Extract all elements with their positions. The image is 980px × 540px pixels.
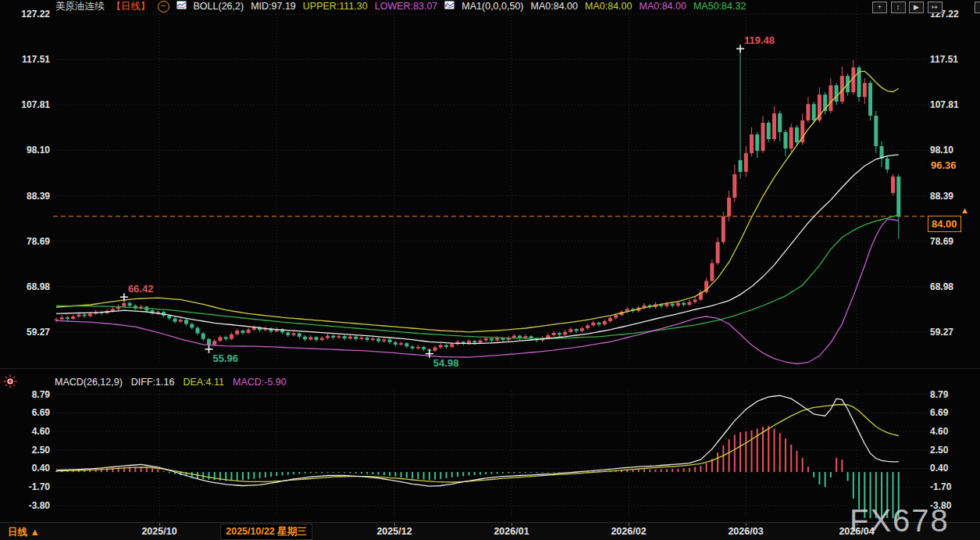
chart-canvas[interactable] xyxy=(0,0,980,540)
move-tool-button[interactable]: + xyxy=(872,2,887,13)
price-axis-label: 127.22 xyxy=(2,9,50,20)
price-axis-label: 107.81 xyxy=(930,99,959,110)
month-label-2026/03: 2026/03 xyxy=(728,526,763,537)
last-price-pointer-icon: ▲ xyxy=(960,206,969,215)
indicator-header: 美原油连续 【日线】 − BOLL(26,2) MID:97.19 UPPER:… xyxy=(55,1,746,13)
boll-label[interactable]: BOLL(26,2) xyxy=(194,1,244,13)
macd-dea-value: DEA:4.11 xyxy=(183,377,224,388)
ma-indicator-icon xyxy=(444,1,454,13)
macd-axis-label: -3.80 xyxy=(2,500,50,511)
price-axis-label: 68.98 xyxy=(2,281,50,292)
pan-right-tool-button[interactable]: ↦ xyxy=(928,2,943,13)
scale-vertical-tool-button[interactable]: ↕ xyxy=(891,2,906,13)
price-axis-label: 98.10 xyxy=(930,145,953,156)
month-label-2025/10: 2025/10 xyxy=(141,526,176,537)
price-axis-label: 98.10 xyxy=(2,145,50,156)
price-axis-label: 78.69 xyxy=(2,236,50,247)
month-label-2025/12: 2025/12 xyxy=(376,526,412,537)
boll-indicator-icon xyxy=(176,1,187,13)
macd-label[interactable]: MACD(26,12,9) xyxy=(55,377,123,388)
macd-header: MACD(26,12,9) DIFF:1.16 DEA:4.11 MACD:-5… xyxy=(55,377,287,388)
price-axis-label: 117.51 xyxy=(930,54,958,65)
macd-axis-label: 0.40 xyxy=(930,463,948,474)
price-axis-label: 107.81 xyxy=(2,99,50,110)
pivot-label-55.96: 55.96 xyxy=(212,352,238,364)
trading-app: { "header": { "symbol": "美原油连续", "period… xyxy=(0,0,980,540)
alert-icon[interactable] xyxy=(3,374,17,392)
macd-axis-label: 6.69 xyxy=(2,407,50,418)
ma0-magenta-value: MA0:84.00 xyxy=(639,1,686,13)
price-axis-label: 88.39 xyxy=(2,191,50,202)
month-label-2026/01: 2026/01 xyxy=(494,526,529,537)
ma50-value: MA50:84.32 xyxy=(693,1,746,13)
macd-value: MACD:-5.90 xyxy=(233,377,287,388)
price-axis-label: 88.39 xyxy=(930,191,953,202)
prev-close-badge: 96.36 xyxy=(928,158,960,173)
pivot-label-66.42: 66.42 xyxy=(128,283,154,295)
macd-axis-label: 2.50 xyxy=(2,445,50,456)
selected-date-badge: 2025/10/22 星期三 xyxy=(220,524,312,540)
month-label-2026/02: 2026/02 xyxy=(611,526,646,537)
macd-axis-label: 4.60 xyxy=(930,426,948,437)
panel-divider xyxy=(0,368,980,369)
time-axis-bar: 日线 ▲ 2025/102025/122026/012026/022026/03… xyxy=(0,522,980,540)
watermark: FX678 xyxy=(850,503,950,538)
play-forward-tool-button[interactable]: ▶ xyxy=(909,2,924,13)
macd-diff-value: DIFF:1.16 xyxy=(131,377,175,388)
macd-axis-label: 6.69 xyxy=(930,407,948,418)
ma0-white-value: MA0:84.00 xyxy=(531,1,578,13)
boll-lower-value: LOWER:83.07 xyxy=(375,1,438,13)
pivot-label-54.98: 54.98 xyxy=(433,357,459,369)
boll-upper-value: UPPER:111.30 xyxy=(303,1,368,13)
price-axis-label: 59.27 xyxy=(2,327,50,338)
macd-axis-label: 0.40 xyxy=(2,463,50,474)
collapse-indicator-icon[interactable]: − xyxy=(158,1,169,13)
ma-group-label[interactable]: MA1(0,0,0,50) xyxy=(461,1,523,13)
last-price-badge: 84.00 xyxy=(928,216,961,232)
macd-axis-label: 4.60 xyxy=(2,426,50,437)
price-axis-label: 78.69 xyxy=(930,236,953,247)
period-tag[interactable]: 【日线】 xyxy=(112,1,151,13)
symbol-name[interactable]: 美原油连续 xyxy=(55,1,105,13)
macd-axis-label: 2.50 xyxy=(930,445,948,456)
macd-axis-label: -1.70 xyxy=(2,481,50,492)
price-axis-label: 59.27 xyxy=(930,327,953,338)
clipped-tool-button[interactable] xyxy=(975,2,980,13)
price-axis-label: 117.51 xyxy=(2,54,50,65)
macd-axis-label: -1.70 xyxy=(930,481,951,492)
macd-axis-label: 8.79 xyxy=(930,389,948,400)
ma0-yellow-value: MA0:84.00 xyxy=(585,1,632,13)
pivot-label-119.48: 119.48 xyxy=(744,34,775,46)
period-selector[interactable]: 日线 ▲ xyxy=(8,526,40,539)
price-axis-label: 68.98 xyxy=(930,281,953,292)
boll-mid-value: MID:97.19 xyxy=(251,1,296,13)
